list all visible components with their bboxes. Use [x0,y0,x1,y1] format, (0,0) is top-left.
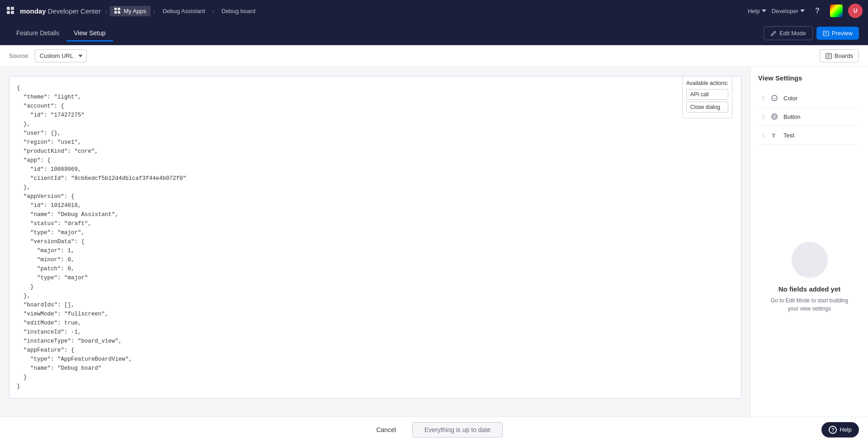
apps-grid-icon[interactable] [5,5,16,16]
help-label: Help [748,8,760,14]
help-menu[interactable]: Help [748,8,766,14]
svg-rect-6 [114,11,117,14]
no-fields-area: No fields added yet Go to Edit Mode to s… [758,145,861,409]
svg-rect-1 [11,7,14,10]
available-actions-panel: Available actions: API call Close dialog [682,76,732,118]
code-editor[interactable]: { "theme": "light", "account": { "id": "… [9,76,741,399]
debug-board-label: Debug board [222,8,255,14]
source-select[interactable]: Custom URL [35,49,87,62]
no-fields-title: No fields added yet [778,285,841,293]
edit-mode-button[interactable]: Edit Mode [764,26,813,40]
svg-rect-2 [7,11,10,14]
field-label-button: Button [783,113,801,120]
toolbar: Source: Custom URL Boards [0,45,868,67]
tab-view-setup[interactable]: View Setup [66,26,113,42]
boards-button[interactable]: Boards [820,49,859,62]
help-chevron-icon [762,9,766,12]
api-call-button[interactable]: API call [686,89,728,100]
top-nav-right: Help Developer ? U [748,4,863,18]
help-button[interactable]: ? Help [821,422,859,437]
status-indicator: Everything is up to date [412,422,503,437]
no-fields-illustration [792,242,828,278]
drag-handle-test: ⣿ [762,133,765,138]
right-panel-items: ⣿ Color ⣿ Button ⣿ T Test [758,89,861,145]
breadcrumb-sep-1: › [105,8,107,14]
text-icon: T [770,131,779,140]
grid-small-icon [114,8,121,14]
developer-label: Developer [772,8,798,14]
field-item-test[interactable]: ⣿ T Test [758,126,861,145]
editor-area: { "theme": "light", "account": { "id": "… [0,67,750,417]
source-label: Source: [9,52,29,59]
boards-icon [826,53,832,59]
field-label-test: Test [783,132,794,139]
tab-feature-details[interactable]: Feature Details [9,26,66,42]
field-label-color: Color [783,95,797,102]
preview-icon [823,30,829,37]
rainbow-icon[interactable] [830,5,843,17]
user-avatar[interactable]: U [848,4,863,18]
svg-rect-8 [823,31,829,36]
drag-handle-color: ⣿ [762,96,765,101]
breadcrumb-debug-board[interactable]: Debug board [217,6,260,16]
bottom-bar: Cancel Everything is up to date ? Help [0,417,868,442]
breadcrumb-debug-assistant[interactable]: Debug Assistant [158,6,210,16]
edit-mode-icon [770,30,777,37]
main-content: { "theme": "light", "account": { "id": "… [0,67,868,417]
breadcrumb-myapps[interactable]: My Apps [110,6,151,16]
question-mark-button[interactable]: ? [810,4,825,18]
developer-chevron-icon [800,9,805,12]
field-item-button[interactable]: ⣿ Button [758,108,861,126]
field-item-color[interactable]: ⣿ Color [758,89,861,108]
breadcrumb-sep-3: › [212,8,214,14]
svg-rect-5 [118,8,121,10]
subtitle-bar-right: Edit Mode Preview [764,26,859,40]
developer-menu[interactable]: Developer [772,8,805,14]
svg-rect-4 [114,8,117,10]
svg-rect-7 [118,11,121,14]
help-circle-icon: ? [829,426,837,434]
available-actions-title: Available actions: [686,80,728,86]
right-panel: View Settings ⣿ Color ⣿ Button ⣿ T [750,67,868,417]
help-button-label: Help [840,426,852,433]
brand-logo: monday Developer Center [20,7,101,15]
editor-container: { "theme": "light", "account": { "id": "… [9,76,741,399]
myapps-label: My Apps [123,8,146,14]
subtitle-tabs: Feature Details View Setup [9,26,764,41]
button-icon [770,112,779,121]
preview-button[interactable]: Preview [816,27,859,40]
breadcrumb-sep-2: › [153,8,155,14]
svg-text:T: T [772,132,776,139]
cancel-button[interactable]: Cancel [365,423,407,437]
brand-name: monday [20,7,46,15]
subtitle-bar: Feature Details View Setup Edit Mode Pre… [0,22,868,45]
svg-point-11 [772,114,777,119]
debug-assistant-label: Debug Assistant [163,8,205,14]
svg-point-12 [773,115,776,118]
close-dialog-button[interactable]: Close dialog [686,102,728,113]
svg-rect-0 [7,7,10,10]
no-fields-description: Go to Edit Mode to start building your v… [767,296,852,313]
top-navigation: monday Developer Center › My Apps › Debu… [0,0,868,22]
view-settings-title: View Settings [758,74,861,82]
drag-handle-button: ⣿ [762,114,765,119]
svg-rect-3 [11,11,14,14]
boards-label: Boards [835,52,853,59]
color-icon [770,94,779,103]
brand-subtitle: Developer Center [48,7,101,15]
breadcrumb: › My Apps › Debug Assistant › Debug boar… [104,6,260,16]
